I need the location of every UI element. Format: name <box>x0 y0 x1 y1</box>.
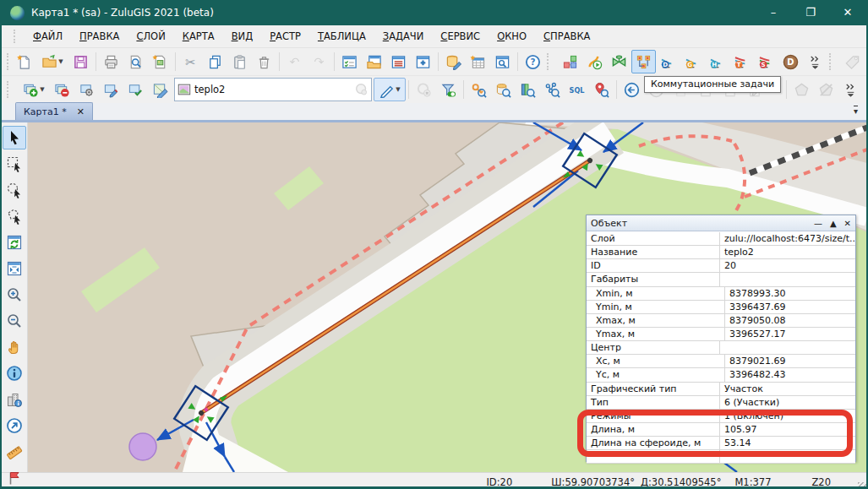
search-docs-button[interactable] <box>516 78 540 101</box>
print-button[interactable] <box>99 50 123 73</box>
layer-settings-button[interactable] <box>74 78 99 101</box>
panel-close-button[interactable]: ✕ <box>844 219 851 228</box>
polygon-slash-tool-button[interactable] <box>814 78 838 101</box>
legend-window-button[interactable] <box>386 50 411 73</box>
menu-item-5[interactable]: РАСТР <box>261 27 309 46</box>
maximize-button[interactable]: ❐ <box>792 0 829 25</box>
search-geo-button[interactable] <box>589 78 614 101</box>
object-property-row[interactable]: ID20 <box>587 259 855 273</box>
toolbar-grip[interactable] <box>7 53 8 70</box>
delete-button[interactable] <box>252 50 276 73</box>
task-list-window-button[interactable] <box>337 50 362 73</box>
menu-item-0[interactable]: ФАЙЛ <box>25 27 71 46</box>
zoom-out-tool[interactable] <box>3 309 26 333</box>
select-polygon-tool[interactable] <box>3 204 26 228</box>
layer-combo-value[interactable]: teplo2 <box>192 84 354 95</box>
layer-edit-button[interactable] <box>99 78 123 101</box>
close-button[interactable]: ✕ <box>829 0 866 25</box>
title-bar[interactable]: Карта1 * (sa) - ZuluGIS 2021 (beta) – ❐ … <box>2 0 866 25</box>
menu-item-8[interactable]: СЕРВИС <box>432 27 489 46</box>
chart-g-button[interactable]: G <box>680 50 705 73</box>
layer-add-button[interactable]: ▼ <box>18 78 50 101</box>
object-property-row[interactable]: Габариты <box>587 273 855 286</box>
search-net-button[interactable] <box>540 78 565 101</box>
object-property-row[interactable]: Ymin, м3396437.69 <box>587 301 855 314</box>
map-edit-button[interactable] <box>148 78 172 101</box>
chart-h-button[interactable]: H <box>705 50 729 73</box>
object-property-row[interactable]: Yc, м3396482.43 <box>587 368 855 382</box>
print-preview-button[interactable] <box>123 50 148 73</box>
select-ellipse-tool[interactable] <box>3 178 26 202</box>
menu-item-4[interactable]: ВИД <box>223 27 261 46</box>
resize-grip[interactable] <box>858 482 866 489</box>
object-panel-header[interactable]: Объект — ▲ ✕ <box>587 215 855 231</box>
tab-list-dropdown-icon[interactable]: ▾ <box>854 106 858 116</box>
flag-tool[interactable] <box>3 466 26 489</box>
object-info-tool[interactable] <box>3 361 26 385</box>
map-viewport[interactable]: Объект — ▲ ✕ Слойzulu://localhost:6473/s… <box>28 122 866 472</box>
measure-ruler-tool[interactable] <box>3 440 26 464</box>
layer-search-combo[interactable]: teplo2 <box>174 78 372 101</box>
export-image-button[interactable] <box>148 50 172 73</box>
revert-x-button[interactable] <box>412 78 436 101</box>
search-db-button[interactable] <box>491 78 516 101</box>
paste-button[interactable] <box>227 50 252 73</box>
dropdown-caret-icon[interactable]: ▼ <box>40 86 44 93</box>
blocks-legend-button[interactable] <box>558 50 582 73</box>
menu-item-3[interactable]: КАРТА <box>174 27 223 46</box>
object-property-row[interactable]: Тип6 (Участки) <box>587 396 855 410</box>
thermo-d-button[interactable]: D <box>778 50 803 73</box>
object-property-row[interactable]: Xc, м8379021.69 <box>587 355 855 368</box>
dropdown-caret-icon[interactable]: ▼ <box>396 86 400 93</box>
chart-t-button[interactable]: T <box>729 50 754 73</box>
tab-karta1[interactable]: Карта1 * ✕ <box>15 102 93 120</box>
object-property-row[interactable]: Ymax, м3396527.17 <box>587 328 855 341</box>
undo-button[interactable]: ↶ <box>282 50 307 73</box>
switching-tasks-button[interactable] <box>631 50 656 73</box>
menu-item-2[interactable]: СЛОЙ <box>128 27 173 46</box>
menu-item-10[interactable]: СПРАВКА <box>535 27 598 46</box>
refresh-map-tool[interactable] <box>3 231 26 254</box>
toolbar-grip[interactable] <box>547 53 554 70</box>
toolbar-overflow-button[interactable] <box>803 50 827 73</box>
add-window-button[interactable] <box>411 50 435 73</box>
script-run-button[interactable] <box>582 50 607 73</box>
select-rect-tool[interactable] <box>3 152 26 176</box>
minimize-button[interactable]: – <box>755 0 792 25</box>
polygon-tool-button[interactable] <box>789 78 814 101</box>
sql-button[interactable]: SQL <box>565 78 589 101</box>
find-window-button[interactable] <box>490 50 515 73</box>
toolbar-overflow-button[interactable] <box>838 78 863 101</box>
menu-item-6[interactable]: ТАБЛИЦА <box>309 27 374 46</box>
chart-s-button[interactable]: S <box>754 50 778 73</box>
zoom-in-tool[interactable] <box>3 283 26 307</box>
copy-button[interactable] <box>203 50 227 73</box>
panel-minimize-button[interactable]: — <box>814 219 822 228</box>
layer-remove-button[interactable] <box>50 78 74 101</box>
database-edit-button[interactable] <box>441 50 466 73</box>
object-property-row[interactable]: Центр <box>587 341 855 355</box>
open-map-button[interactable]: ▼ <box>36 50 68 73</box>
toolbar-overflow-button[interactable] <box>865 50 868 73</box>
new-table-button[interactable] <box>466 50 490 73</box>
filter-toggle-button[interactable] <box>436 78 461 101</box>
find-address-tool[interactable]: i <box>3 388 26 411</box>
layer-check-button[interactable] <box>123 78 148 101</box>
menu-item-7[interactable]: ЗАДАЧИ <box>374 27 433 46</box>
toolbar-grip[interactable] <box>829 53 837 70</box>
valve-tool-button[interactable] <box>607 50 631 73</box>
chart-d-button[interactable]: D <box>656 50 680 73</box>
fit-extent-tool[interactable] <box>3 257 26 280</box>
select-cursor-tool[interactable] <box>3 126 26 149</box>
menu-grip[interactable] <box>14 30 19 43</box>
object-property-row[interactable]: Xmin, м8378993.30 <box>587 287 855 301</box>
nav-back-button[interactable] <box>620 78 644 101</box>
save-button[interactable] <box>68 50 93 73</box>
help-button[interactable]: ? <box>521 50 545 73</box>
dropdown-caret-icon[interactable]: ▼ <box>58 58 63 65</box>
object-property-row[interactable]: Графический типУчасток <box>587 383 855 396</box>
redo-button[interactable]: ↷ <box>307 50 331 73</box>
pan-hand-tool[interactable] <box>3 335 26 359</box>
cut-button[interactable]: ✂ <box>178 50 203 73</box>
object-property-row[interactable]: Xmax, м8379050.08 <box>587 314 855 328</box>
